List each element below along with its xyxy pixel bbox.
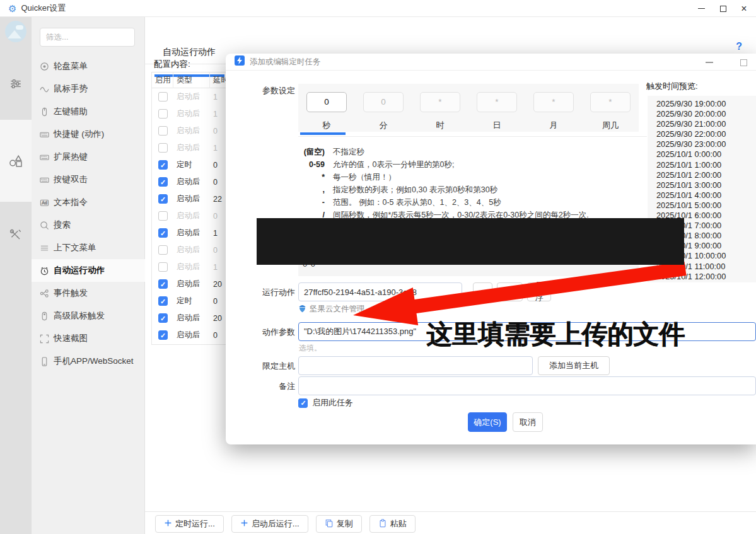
cron-field-tab[interactable]: 分 xyxy=(355,120,412,131)
row-checkbox[interactable] xyxy=(158,92,168,102)
row-checkbox[interactable] xyxy=(158,296,168,306)
row-checkbox[interactable] xyxy=(158,194,168,204)
cron-field-column: * 月 xyxy=(525,84,582,132)
cron-field-tab[interactable]: 月 xyxy=(525,120,582,131)
row-checkbox[interactable] xyxy=(158,228,168,238)
tools-icon[interactable] xyxy=(0,221,32,249)
row-type: 定时 xyxy=(173,296,210,306)
toolbar-button[interactable]: 粘贴 xyxy=(369,515,416,533)
host-input[interactable] xyxy=(298,356,533,375)
cancel-button[interactable]: 取消 xyxy=(513,412,543,432)
row-checkbox[interactable] xyxy=(158,143,168,153)
toolbar-button[interactable]: 复制 xyxy=(316,515,362,533)
table-row[interactable]: 启动后 0 xyxy=(152,241,226,258)
run-action-input[interactable] xyxy=(298,282,462,301)
row-checkbox[interactable] xyxy=(158,313,168,323)
cron-field-tab[interactable]: 秒 xyxy=(298,120,355,131)
shapes-icon[interactable] xyxy=(0,147,32,175)
close-button[interactable]: × xyxy=(733,0,755,17)
sidebar-item[interactable]: 搜索 xyxy=(32,214,145,236)
table-body: 启动后 1 启动后 1 启动后 0 xyxy=(152,88,226,344)
toolbar-separator xyxy=(145,511,756,512)
table-row[interactable]: 定时 0 xyxy=(152,293,226,310)
table-row[interactable]: 启动后 1 xyxy=(152,88,226,105)
table-row[interactable]: 启动后 0 xyxy=(152,173,226,190)
minimize-button[interactable] xyxy=(690,0,712,17)
paste-icon xyxy=(378,519,387,530)
table-row[interactable]: 启动后 20 xyxy=(152,276,226,293)
row-checkbox[interactable] xyxy=(158,211,168,221)
row-checkbox[interactable] xyxy=(158,109,168,119)
sidebar-item[interactable]: 扩展热键 xyxy=(32,146,145,168)
table-row[interactable]: 启动后 0 xyxy=(152,122,226,139)
table-row[interactable]: 启动后 22 xyxy=(152,190,226,207)
table-row[interactable]: 启动后 1 xyxy=(152,258,226,276)
row-checkbox[interactable] xyxy=(158,279,168,289)
tab-auto-run-actions[interactable]: 自动运行动作 xyxy=(163,47,216,58)
row-checkbox[interactable] xyxy=(158,262,168,272)
action-name[interactable]: 坚果云文件管理 xyxy=(298,303,365,315)
row-delay: 1 xyxy=(210,110,226,119)
table-row[interactable]: 启动后 1 xyxy=(152,139,226,156)
note-input[interactable] xyxy=(298,376,756,395)
sidebar-item[interactable]: Ad 文本指令 xyxy=(32,191,145,214)
avatar[interactable] xyxy=(5,21,26,42)
wheel-icon xyxy=(40,62,54,71)
dialog-minimize-button[interactable] xyxy=(700,56,719,69)
keyboard-icon xyxy=(40,153,54,162)
cron-field-input[interactable]: * xyxy=(590,92,631,112)
left-rail xyxy=(0,17,32,534)
row-checkbox[interactable] xyxy=(158,330,168,340)
enable-task-checkbox[interactable] xyxy=(298,398,308,408)
sidebar-item[interactable]: 上下文菜单 xyxy=(32,236,145,259)
sidebar-item[interactable]: 左键辅助 xyxy=(32,100,145,123)
row-checkbox[interactable] xyxy=(158,126,168,136)
row-checkbox[interactable] xyxy=(158,160,168,170)
run-action-label: 运行动作 xyxy=(235,287,295,298)
cron-field-input[interactable]: * xyxy=(420,92,460,112)
maximize-button[interactable] xyxy=(712,0,734,17)
sidebar-item[interactable]: 轮盘菜单 xyxy=(32,55,145,78)
add-current-host-button[interactable]: 添加当前主机 xyxy=(538,356,610,375)
sidebar-item-label: 扩展热键 xyxy=(54,151,88,163)
sidebar-item[interactable]: 手机APP/WebSocket xyxy=(32,350,145,373)
browse-actions-button[interactable]: ... xyxy=(473,282,492,301)
table-row[interactable]: 启动后 0 xyxy=(152,207,226,224)
sidebar-item[interactable]: 自动运行动作 xyxy=(32,259,145,282)
cron-field-tab[interactable]: 日 xyxy=(468,120,525,131)
row-delay: 0 xyxy=(210,127,226,136)
filter-input[interactable] xyxy=(40,28,135,47)
toolbar-button[interactable]: 定时运行... xyxy=(155,515,224,533)
row-checkbox[interactable] xyxy=(158,245,168,255)
sidebar-item[interactable]: 按键双击 xyxy=(32,168,145,191)
table-row[interactable]: 启动后 1 xyxy=(152,105,226,122)
cron-field-input[interactable]: 0 xyxy=(306,92,347,112)
sidebar-item[interactable]: 快速截图 xyxy=(32,327,145,350)
cron-field-tab[interactable]: 时 xyxy=(412,120,468,131)
note-label: 备注 xyxy=(235,381,295,392)
cron-field-column: 0 秒 xyxy=(298,84,355,132)
table-header: 启用 类型 延时秒 xyxy=(152,73,226,88)
sidebar-item[interactable]: 高级鼠标触发 xyxy=(32,305,145,327)
cron-field-tab[interactable]: 周几 xyxy=(582,120,639,131)
cron-field-input[interactable]: 0 xyxy=(363,92,404,112)
cron-field-input[interactable]: * xyxy=(533,92,574,112)
toolbar-button[interactable]: 启动后运行... xyxy=(231,515,308,533)
table-row[interactable]: 启动后 1 xyxy=(152,224,226,241)
float-button[interactable]: 悬浮 xyxy=(527,282,551,301)
table-row[interactable]: 启动后 0 xyxy=(152,327,226,344)
row-checkbox[interactable] xyxy=(158,177,168,187)
table-row[interactable]: 启动后 20 xyxy=(152,310,226,327)
sidebar-item[interactable]: 鼠标手势 xyxy=(32,78,145,100)
sidebar-item[interactable]: 事件触发 xyxy=(32,282,145,305)
edit-button[interactable]: 编辑 xyxy=(497,282,523,301)
row-type: 启动后 xyxy=(173,228,210,238)
sidebar-item[interactable]: 快捷键 (动作) xyxy=(32,123,145,146)
ok-button[interactable]: 确定(S) xyxy=(468,412,507,432)
menu-icon xyxy=(40,243,54,253)
sliders-icon[interactable] xyxy=(0,70,32,98)
table-row[interactable]: 定时 0 xyxy=(152,156,226,173)
help-icon[interactable]: ? xyxy=(736,41,742,52)
dialog-maximize-button[interactable] xyxy=(734,56,753,69)
cron-field-input[interactable]: * xyxy=(477,92,517,112)
